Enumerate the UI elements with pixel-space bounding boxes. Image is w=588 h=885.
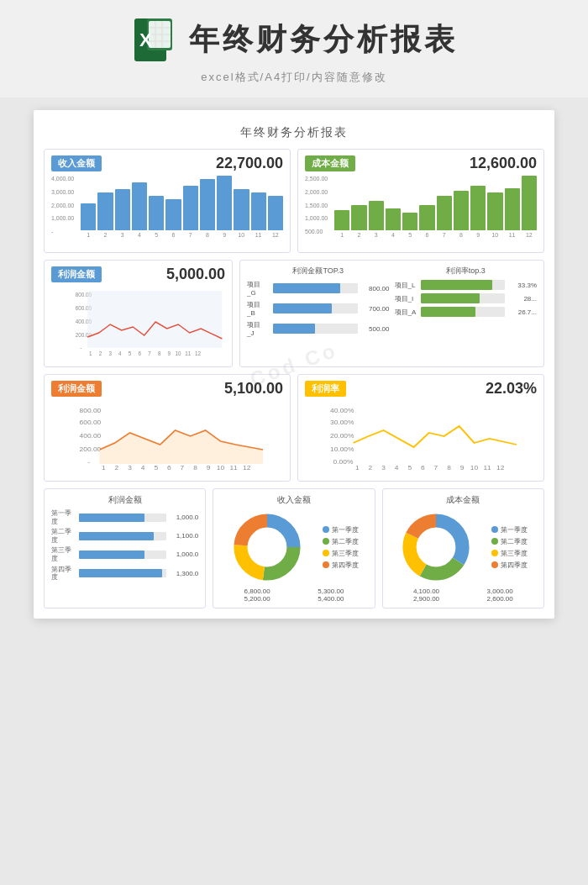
cost-bar xyxy=(402,213,417,230)
top3-rate-title: 利润率top.3 xyxy=(395,266,538,277)
svg-text:800.00: 800.00 xyxy=(80,408,102,414)
legend-label: 第一季度 xyxy=(332,525,359,535)
x-label: 4 xyxy=(132,232,147,238)
x-label: 5 xyxy=(402,232,417,238)
cost-card: 成本金额 12,600.00 2,500.00 2,000.00 1,500.0… xyxy=(297,149,544,253)
svg-text:12: 12 xyxy=(195,350,201,356)
svg-text:6: 6 xyxy=(167,465,171,471)
top3-val: 28... xyxy=(507,295,537,303)
revenue-donut-values2: 5,200.00 5,400.00 xyxy=(220,595,367,603)
top3-label: 项目_A xyxy=(395,308,418,317)
svg-point-66 xyxy=(250,530,284,564)
donut-val: 5,400.00 xyxy=(318,595,344,603)
top3-label: 项目_G xyxy=(247,280,270,297)
report-title: 年终财务分析报表 xyxy=(44,120,544,149)
svg-text:11: 11 xyxy=(483,465,491,471)
legend-item-q3: 第三季度 xyxy=(323,549,359,558)
svg-text:-: - xyxy=(80,345,81,350)
y-label: 2,000.00 xyxy=(51,203,74,208)
y-label: 2,500.00 xyxy=(305,176,328,182)
profit-hbar-chart: 第一季度 1,000.0 第二季度 1,100.0 第三季度 xyxy=(51,509,198,582)
svg-text:1: 1 xyxy=(355,465,360,471)
cost-x-labels: 123456789101112 xyxy=(305,232,537,238)
top3-amount-row3: 项目_J 500.00 xyxy=(247,320,390,337)
svg-rect-14 xyxy=(87,291,222,348)
svg-text:12: 12 xyxy=(243,465,250,471)
legend-dot xyxy=(323,538,329,545)
donut-val: 5,200.00 xyxy=(244,595,270,603)
svg-text:8: 8 xyxy=(447,465,451,471)
x-label: 1 xyxy=(334,232,349,238)
legend-label: 第一季度 xyxy=(501,525,528,535)
revenue-donut-container: 第一季度 第二季度 第三季度 第四季度 xyxy=(220,509,367,585)
top3-label: 项目_J xyxy=(247,320,270,337)
cost-donut-card: 成本金额 第一季度 第二季度 xyxy=(382,488,544,608)
hbar-label: 第一季度 xyxy=(51,509,76,525)
rate-badge: 利润率 xyxy=(305,381,346,397)
svg-text:4: 4 xyxy=(118,350,122,356)
revenue-bar xyxy=(81,203,96,231)
legend-item-q4: 第四季度 xyxy=(491,561,528,570)
top3-label: 项目_I xyxy=(395,294,418,303)
revenue-value: 22,700.00 xyxy=(216,155,283,172)
svg-text:11: 11 xyxy=(185,350,191,356)
x-label: 4 xyxy=(386,232,401,238)
cost-bar xyxy=(487,192,502,230)
svg-text:6: 6 xyxy=(139,350,142,356)
x-label: 10 xyxy=(234,232,249,238)
rate-value: 22.03% xyxy=(486,380,537,398)
donut-val: 5,300.00 xyxy=(318,587,344,595)
y-label: 3,000.00 xyxy=(51,189,74,195)
svg-text:2: 2 xyxy=(99,350,102,356)
revenue-donut-title: 收入金额 xyxy=(220,494,367,506)
svg-text:400.00: 400.00 xyxy=(80,433,102,440)
cost-donut-container: 第一季度 第二季度 第三季度 第四季度 xyxy=(390,509,537,585)
profit2-badge: 利润金额 xyxy=(51,381,102,397)
x-label: 2 xyxy=(97,232,113,238)
top3-val: 500.00 xyxy=(360,325,390,333)
legend-item-q4: 第四季度 xyxy=(323,561,359,570)
x-label: 9 xyxy=(217,232,232,238)
top3-val: 33.3% xyxy=(507,282,537,289)
svg-text:4: 4 xyxy=(395,465,399,471)
profit-card: 利润金额 5,000.00 800.00 600.00 400.00 200.0… xyxy=(44,260,233,367)
top3-rate-row1: 项目_L 33.3% xyxy=(395,280,538,290)
cost-bar xyxy=(386,208,401,230)
top3-bar-container xyxy=(421,307,506,317)
hbar-val: 1,000.0 xyxy=(169,514,198,521)
top3-bar xyxy=(273,324,315,334)
top3-bar-container xyxy=(273,324,358,334)
profit2-line-chart: 800.00 600.00 400.00 200.00 - 1 2 3 4 5 … xyxy=(51,401,283,472)
rate-card: 利润率 22.03% 40.00% 30.00% 20.00% 10.00% 0… xyxy=(297,374,544,482)
svg-text:11: 11 xyxy=(229,465,237,471)
hbar-row-q3: 第三季度 1,000.0 xyxy=(51,546,198,562)
revenue-x-labels: 123456789101112 xyxy=(51,232,283,238)
cost-donut-values2: 2,900.00 2,600.00 xyxy=(390,595,537,603)
legend-dot xyxy=(491,538,498,545)
legend-dot xyxy=(491,526,498,533)
x-label: 9 xyxy=(470,232,486,238)
svg-text:5: 5 xyxy=(154,465,158,471)
x-label: 8 xyxy=(454,232,469,238)
hbar-fill xyxy=(79,550,144,559)
legend-dot xyxy=(323,561,329,568)
svg-point-71 xyxy=(419,530,453,564)
revenue-card: 收入金额 22,700.00 4,000.00 3,000.00 2,000.0… xyxy=(44,149,291,253)
donut-val: 3,000.00 xyxy=(487,587,513,595)
cost-y-axis: 2,500.00 2,000.00 1,500.00 1,000.00 500.… xyxy=(305,176,328,234)
row-profit-top3: 利润金额 5,000.00 800.00 600.00 400.00 200.0… xyxy=(44,260,544,367)
y-label: 1,500.00 xyxy=(305,203,328,208)
svg-text:2: 2 xyxy=(369,465,373,471)
cost-bar xyxy=(522,176,537,230)
cost-chart-area: 2,500.00 2,000.00 1,500.00 1,000.00 500.… xyxy=(305,176,537,247)
revenue-bar-chart xyxy=(51,176,283,230)
header-top: X 年终财务分析报表 xyxy=(130,17,458,63)
profit2-card: 利润金额 5,100.00 800.00 600.00 400.00 200.0… xyxy=(44,374,291,482)
revenue-badge: 收入金额 xyxy=(51,155,102,171)
y-label: 2,000.00 xyxy=(305,189,328,195)
revenue-bar xyxy=(165,199,181,230)
report-container: Cod Co 年终财务分析报表 收入金额 22,700.00 4,000.00 … xyxy=(34,110,554,619)
donut-val: 2,900.00 xyxy=(413,595,439,603)
revenue-bar xyxy=(268,196,283,230)
top3-bar-container xyxy=(273,303,358,313)
